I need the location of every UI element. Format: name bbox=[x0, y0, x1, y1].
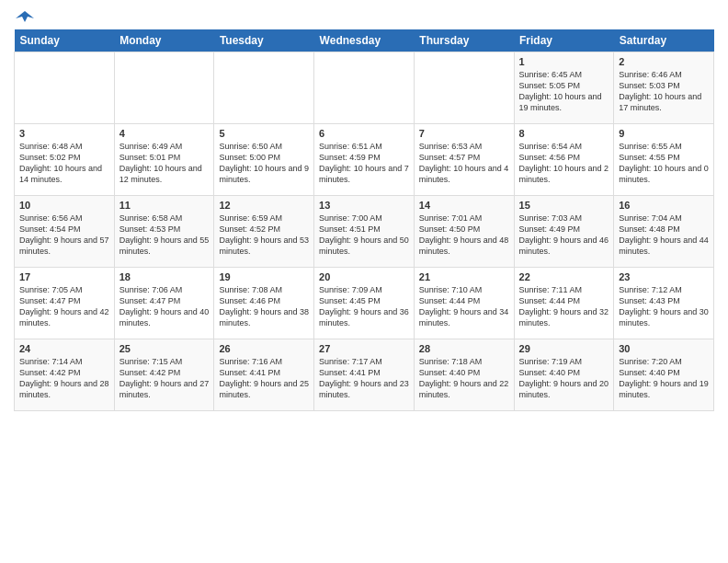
day-cell: 28Sunrise: 7:18 AM Sunset: 4:40 PM Dayli… bbox=[414, 339, 514, 411]
svg-marker-0 bbox=[16, 11, 34, 22]
day-info: Sunrise: 7:15 AM Sunset: 4:42 PM Dayligh… bbox=[119, 356, 210, 401]
day-cell: 13Sunrise: 7:00 AM Sunset: 4:51 PM Dayli… bbox=[314, 196, 415, 268]
day-cell: 26Sunrise: 7:16 AM Sunset: 4:41 PM Dayli… bbox=[214, 339, 314, 411]
day-number: 24 bbox=[19, 343, 109, 354]
day-cell: 14Sunrise: 7:01 AM Sunset: 4:50 PM Dayli… bbox=[414, 196, 514, 268]
day-cell: 6Sunrise: 6:51 AM Sunset: 4:59 PM Daylig… bbox=[314, 124, 415, 196]
day-cell: 27Sunrise: 7:17 AM Sunset: 4:41 PM Dayli… bbox=[314, 339, 415, 411]
day-cell bbox=[15, 52, 115, 124]
day-number: 15 bbox=[519, 200, 609, 211]
col-header-sunday: Sunday bbox=[15, 29, 115, 52]
day-cell: 12Sunrise: 6:59 AM Sunset: 4:52 PM Dayli… bbox=[214, 196, 314, 268]
day-cell: 30Sunrise: 7:20 AM Sunset: 4:40 PM Dayli… bbox=[614, 339, 714, 411]
day-number: 26 bbox=[219, 343, 309, 354]
day-info: Sunrise: 6:46 AM Sunset: 5:03 PM Dayligh… bbox=[619, 69, 709, 114]
day-number: 13 bbox=[319, 200, 409, 211]
week-row-4: 24Sunrise: 7:14 AM Sunset: 4:42 PM Dayli… bbox=[15, 339, 714, 411]
day-info: Sunrise: 6:55 AM Sunset: 4:55 PM Dayligh… bbox=[619, 141, 709, 186]
day-info: Sunrise: 7:20 AM Sunset: 4:40 PM Dayligh… bbox=[619, 356, 709, 401]
day-number: 8 bbox=[519, 128, 609, 139]
col-header-friday: Friday bbox=[514, 29, 614, 52]
day-info: Sunrise: 7:14 AM Sunset: 4:42 PM Dayligh… bbox=[19, 356, 109, 401]
day-number: 21 bbox=[419, 271, 509, 282]
day-cell: 9Sunrise: 6:55 AM Sunset: 4:55 PM Daylig… bbox=[614, 124, 714, 196]
day-cell: 15Sunrise: 7:03 AM Sunset: 4:49 PM Dayli… bbox=[514, 196, 614, 268]
day-number: 23 bbox=[619, 271, 709, 282]
logo-bird-icon bbox=[16, 9, 34, 26]
day-info: Sunrise: 6:53 AM Sunset: 4:57 PM Dayligh… bbox=[419, 141, 509, 186]
day-cell: 19Sunrise: 7:08 AM Sunset: 4:46 PM Dayli… bbox=[214, 268, 314, 339]
day-number: 29 bbox=[519, 343, 609, 354]
day-info: Sunrise: 6:50 AM Sunset: 5:00 PM Dayligh… bbox=[219, 141, 309, 186]
day-info: Sunrise: 6:56 AM Sunset: 4:54 PM Dayligh… bbox=[19, 213, 109, 258]
day-cell: 3Sunrise: 6:48 AM Sunset: 5:02 PM Daylig… bbox=[15, 124, 115, 196]
day-cell: 20Sunrise: 7:09 AM Sunset: 4:45 PM Dayli… bbox=[314, 268, 415, 339]
day-info: Sunrise: 6:51 AM Sunset: 4:59 PM Dayligh… bbox=[319, 141, 409, 186]
week-row-0: 1Sunrise: 6:45 AM Sunset: 5:05 PM Daylig… bbox=[15, 52, 714, 124]
day-number: 28 bbox=[419, 343, 509, 354]
day-info: Sunrise: 7:19 AM Sunset: 4:40 PM Dayligh… bbox=[519, 356, 609, 401]
day-number: 6 bbox=[319, 128, 409, 139]
col-header-wednesday: Wednesday bbox=[314, 29, 415, 52]
day-cell: 29Sunrise: 7:19 AM Sunset: 4:40 PM Dayli… bbox=[514, 339, 614, 411]
day-cell: 10Sunrise: 6:56 AM Sunset: 4:54 PM Dayli… bbox=[15, 196, 115, 268]
day-number: 3 bbox=[19, 128, 109, 139]
day-cell: 25Sunrise: 7:15 AM Sunset: 4:42 PM Dayli… bbox=[114, 339, 214, 411]
col-header-monday: Monday bbox=[114, 29, 214, 52]
day-cell: 1Sunrise: 6:45 AM Sunset: 5:05 PM Daylig… bbox=[514, 52, 614, 124]
day-cell: 2Sunrise: 6:46 AM Sunset: 5:03 PM Daylig… bbox=[614, 52, 714, 124]
day-number: 18 bbox=[119, 271, 210, 282]
day-number: 11 bbox=[119, 200, 210, 211]
day-info: Sunrise: 6:48 AM Sunset: 5:02 PM Dayligh… bbox=[19, 141, 109, 186]
day-info: Sunrise: 6:45 AM Sunset: 5:05 PM Dayligh… bbox=[519, 69, 609, 114]
header bbox=[14, 9, 714, 22]
day-number: 1 bbox=[519, 56, 609, 67]
col-header-saturday: Saturday bbox=[614, 29, 714, 52]
day-info: Sunrise: 7:16 AM Sunset: 4:41 PM Dayligh… bbox=[219, 356, 309, 401]
week-row-3: 17Sunrise: 7:05 AM Sunset: 4:47 PM Dayli… bbox=[15, 268, 714, 339]
day-number: 22 bbox=[519, 271, 609, 282]
day-info: Sunrise: 7:18 AM Sunset: 4:40 PM Dayligh… bbox=[419, 356, 509, 401]
header-row: SundayMondayTuesdayWednesdayThursdayFrid… bbox=[15, 29, 714, 52]
day-cell: 22Sunrise: 7:11 AM Sunset: 4:44 PM Dayli… bbox=[514, 268, 614, 339]
day-cell: 4Sunrise: 6:49 AM Sunset: 5:01 PM Daylig… bbox=[114, 124, 214, 196]
day-cell: 17Sunrise: 7:05 AM Sunset: 4:47 PM Dayli… bbox=[15, 268, 115, 339]
day-info: Sunrise: 7:10 AM Sunset: 4:44 PM Dayligh… bbox=[419, 284, 509, 329]
day-cell: 23Sunrise: 7:12 AM Sunset: 4:43 PM Dayli… bbox=[614, 268, 714, 339]
day-cell bbox=[214, 52, 314, 124]
day-cell: 16Sunrise: 7:04 AM Sunset: 4:48 PM Dayli… bbox=[614, 196, 714, 268]
day-info: Sunrise: 7:12 AM Sunset: 4:43 PM Dayligh… bbox=[619, 284, 709, 329]
logo-text bbox=[14, 9, 34, 26]
week-row-2: 10Sunrise: 6:56 AM Sunset: 4:54 PM Dayli… bbox=[15, 196, 714, 268]
day-number: 16 bbox=[619, 200, 709, 211]
day-cell bbox=[314, 52, 415, 124]
day-info: Sunrise: 6:54 AM Sunset: 4:56 PM Dayligh… bbox=[519, 141, 609, 186]
day-cell bbox=[414, 52, 514, 124]
day-number: 4 bbox=[119, 128, 210, 139]
week-row-1: 3Sunrise: 6:48 AM Sunset: 5:02 PM Daylig… bbox=[15, 124, 714, 196]
page-container: SundayMondayTuesdayWednesdayThursdayFrid… bbox=[0, 0, 728, 416]
day-number: 25 bbox=[119, 343, 210, 354]
day-info: Sunrise: 7:04 AM Sunset: 4:48 PM Dayligh… bbox=[619, 213, 709, 258]
day-number: 14 bbox=[419, 200, 509, 211]
day-info: Sunrise: 6:58 AM Sunset: 4:53 PM Dayligh… bbox=[119, 213, 210, 258]
logo bbox=[14, 9, 34, 22]
day-cell bbox=[114, 52, 214, 124]
day-number: 2 bbox=[619, 56, 709, 67]
day-info: Sunrise: 7:17 AM Sunset: 4:41 PM Dayligh… bbox=[319, 356, 409, 401]
day-number: 5 bbox=[219, 128, 309, 139]
day-info: Sunrise: 7:03 AM Sunset: 4:49 PM Dayligh… bbox=[519, 213, 609, 258]
day-info: Sunrise: 7:06 AM Sunset: 4:47 PM Dayligh… bbox=[119, 284, 210, 329]
day-cell: 24Sunrise: 7:14 AM Sunset: 4:42 PM Dayli… bbox=[15, 339, 115, 411]
day-info: Sunrise: 6:49 AM Sunset: 5:01 PM Dayligh… bbox=[119, 141, 210, 186]
calendar-table: SundayMondayTuesdayWednesdayThursdayFrid… bbox=[14, 29, 714, 411]
day-number: 27 bbox=[319, 343, 409, 354]
day-info: Sunrise: 7:09 AM Sunset: 4:45 PM Dayligh… bbox=[319, 284, 409, 329]
col-header-tuesday: Tuesday bbox=[214, 29, 314, 52]
day-info: Sunrise: 7:01 AM Sunset: 4:50 PM Dayligh… bbox=[419, 213, 509, 258]
day-cell: 11Sunrise: 6:58 AM Sunset: 4:53 PM Dayli… bbox=[114, 196, 214, 268]
day-number: 19 bbox=[219, 271, 309, 282]
day-cell: 5Sunrise: 6:50 AM Sunset: 5:00 PM Daylig… bbox=[214, 124, 314, 196]
day-info: Sunrise: 7:11 AM Sunset: 4:44 PM Dayligh… bbox=[519, 284, 609, 329]
col-header-thursday: Thursday bbox=[414, 29, 514, 52]
